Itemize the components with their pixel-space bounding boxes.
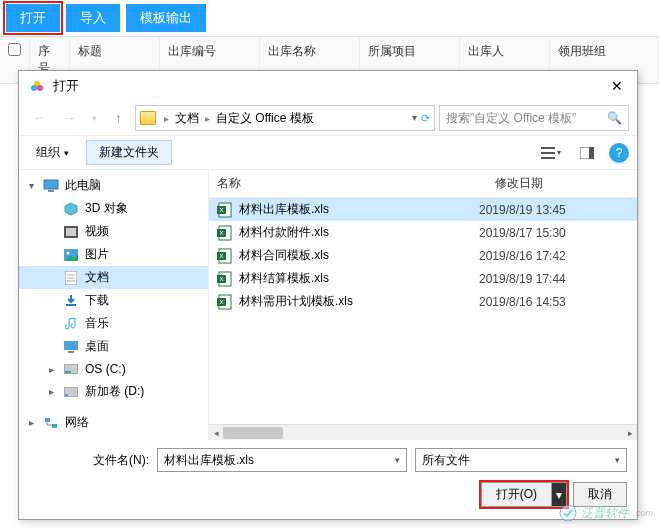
network-icon [43,415,59,431]
svg-rect-23 [65,371,71,373]
file-name: 材料付款附件.xls [239,224,473,241]
expand-icon[interactable]: ▸ [45,386,57,397]
expand-icon[interactable]: ▾ [25,180,37,191]
search-placeholder: 搜索"自定义 Office 模板" [446,110,576,127]
file-date: 2019/8/19 17:44 [479,272,629,286]
breadcrumb-documents[interactable]: 文档 [171,110,203,127]
svg-text:X: X [219,299,223,305]
tree-3d-objects[interactable]: 3D 对象 [19,197,208,220]
path-dropdown-icon[interactable]: ▾ [412,112,417,125]
file-row[interactable]: X材料需用计划模板.xls2019/8/16 14:53 [209,290,637,313]
tree-music[interactable]: 音乐 [19,312,208,335]
file-list-header: 名称 修改日期 [209,170,637,198]
svg-text:X: X [219,230,223,236]
svg-text:X: X [219,253,223,259]
nav-forward-icon[interactable]: → [57,105,83,131]
file-row[interactable]: X材料结算模板.xls2019/8/19 17:44 [209,267,637,290]
refresh-icon[interactable]: ⟳ [421,112,430,125]
open-button[interactable]: 打开 [6,4,60,32]
chevron-right-icon[interactable]: ▸ [203,113,212,124]
app-logo-icon [29,78,45,94]
svg-rect-20 [64,341,78,350]
col-modified-date[interactable]: 修改日期 [487,170,637,197]
tree-documents[interactable]: 文档 [19,266,208,289]
tree-pictures[interactable]: 图片 [19,243,208,266]
svg-rect-25 [65,394,68,396]
nav-history-dropdown-icon[interactable]: ▾ [87,113,101,123]
filename-label: 文件名(N): [29,452,149,469]
open-button-group: 打开(O) ▾ [479,480,569,509]
svg-rect-26 [45,418,50,422]
scroll-right-icon[interactable]: ▸ [623,425,637,441]
file-name: 材料合同模板.xls [239,247,473,264]
tree-videos[interactable]: 视频 [19,220,208,243]
chevron-down-icon: ▾ [64,148,69,158]
file-pane: 名称 修改日期 X材料出库模板.xls2019/8/19 13:45X材料付款附… [209,170,637,440]
expand-icon[interactable]: ▸ [45,364,57,375]
xls-file-icon: X [217,294,233,310]
col-filename[interactable]: 名称 [209,170,487,197]
help-icon[interactable]: ? [609,143,629,163]
tree-drive-d[interactable]: ▸新加卷 (D:) [19,380,208,403]
chevron-right-icon[interactable]: ▸ [162,113,171,124]
video-icon [63,224,79,240]
close-icon[interactable]: ✕ [607,78,627,94]
filename-input[interactable]: 材料出库模板.xls ▾ [157,448,407,472]
svg-point-2 [37,85,43,91]
nav-back-icon[interactable]: ← [27,105,53,131]
template-output-button[interactable]: 模板输出 [126,4,206,32]
chevron-down-icon[interactable]: ▾ [615,455,620,465]
breadcrumb[interactable]: ▸ 文档 ▸ 自定义 Office 模板 ▾ ⟳ [135,105,435,131]
select-all-checkbox[interactable] [8,43,21,56]
search-icon[interactable]: 🔍 [607,111,622,125]
this-pc-icon [43,178,59,194]
tree-downloads[interactable]: 下载 [19,289,208,312]
tree-this-pc[interactable]: ▾ 此电脑 [19,174,208,197]
tree-desktop[interactable]: 桌面 [19,335,208,358]
music-icon [63,316,79,332]
xls-file-icon: X [217,225,233,241]
pictures-icon [63,247,79,263]
search-input[interactable]: 搜索"自定义 Office 模板" 🔍 [439,105,629,131]
scrollbar-thumb[interactable] [223,427,283,439]
documents-icon [63,270,79,286]
svg-text:X: X [219,207,223,213]
file-name: 材料出库模板.xls [239,201,473,218]
file-date: 2019/8/16 17:42 [479,249,629,263]
dialog-title: 打开 [53,77,607,95]
new-folder-button[interactable]: 新建文件夹 [86,140,172,165]
file-date: 2019/8/17 15:30 [479,226,629,240]
file-name: 材料需用计划模板.xls [239,293,473,310]
watermark: 泛普软件 .com [559,504,653,522]
import-button[interactable]: 导入 [66,4,120,32]
svg-point-14 [67,251,70,254]
drive-icon [63,384,79,400]
dialog-open-button[interactable]: 打开(O) [481,482,552,507]
nav-up-icon[interactable]: ↑ [105,105,131,131]
file-row[interactable]: X材料出库模板.xls2019/8/19 13:45 [209,198,637,221]
breadcrumb-template-folder[interactable]: 自定义 Office 模板 [212,110,318,127]
scroll-left-icon[interactable]: ◂ [209,425,223,441]
chevron-down-icon[interactable]: ▾ [395,455,400,465]
svg-rect-8 [44,180,58,189]
svg-point-43 [560,505,576,521]
expand-icon[interactable]: ▸ [25,417,37,428]
svg-rect-5 [541,157,555,159]
organize-button[interactable]: 组织▾ [27,140,78,165]
tree-network[interactable]: ▸网络 [19,411,208,434]
dialog-navbar: ← → ▾ ↑ ▸ 文档 ▸ 自定义 Office 模板 ▾ ⟳ 搜索"自定义 … [19,101,637,135]
file-row[interactable]: X材料合同模板.xls2019/8/16 17:42 [209,244,637,267]
xls-file-icon: X [217,248,233,264]
tree-drive-c[interactable]: ▸OS (C:) [19,358,208,380]
svg-rect-4 [541,152,555,154]
folder-tree: ▾ 此电脑 3D 对象 视频 图片 文档 下载 音乐 桌面 ▸OS (C:) ▸… [19,170,209,440]
file-date: 2019/8/16 14:53 [479,295,629,309]
svg-marker-10 [65,203,77,215]
file-row[interactable]: X材料付款附件.xls2019/8/17 15:30 [209,221,637,244]
preview-pane-button[interactable] [573,141,601,165]
file-date: 2019/8/19 13:45 [479,203,629,217]
file-filter-dropdown[interactable]: 所有文件 ▾ [415,448,627,472]
view-mode-button[interactable]: ▾ [537,141,565,165]
dialog-titlebar: 打开 ✕ [19,71,637,101]
horizontal-scrollbar[interactable]: ◂ ▸ [209,424,637,440]
